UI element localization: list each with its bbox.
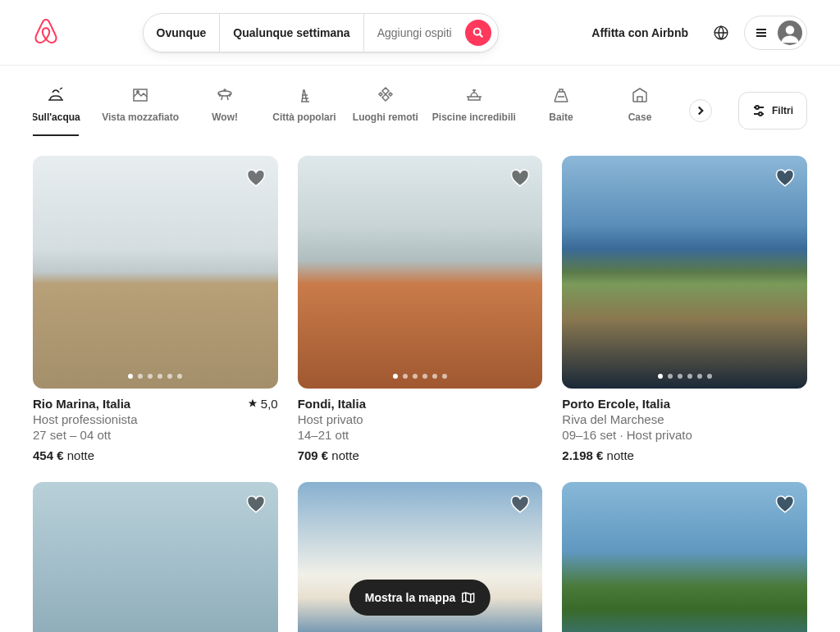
listing-price: 2.198 € notte — [562, 448, 807, 462]
language-button[interactable] — [705, 16, 737, 49]
listings-grid: Rio Marina, Italia 5,0 Host professionis… — [0, 136, 840, 632]
category-label: Luoghi remoti — [353, 111, 418, 123]
svg-point-2 — [786, 25, 795, 34]
carousel-dot[interactable] — [128, 374, 133, 379]
category-wow-[interactable]: Wow! — [202, 85, 248, 136]
category-icon — [464, 85, 484, 105]
favorite-button[interactable] — [509, 493, 531, 518]
carousel-dot[interactable] — [678, 374, 682, 379]
listing-subtitle: Host professionista — [33, 412, 278, 426]
search-when[interactable]: Qualunque settimana — [220, 13, 363, 52]
show-map-button[interactable]: Mostra la mappa — [349, 580, 491, 616]
listing-info: Rio Marina, Italia 5,0 Host professionis… — [33, 397, 278, 462]
carousel-dot[interactable] — [167, 374, 172, 379]
carousel-dot[interactable] — [668, 374, 673, 379]
category-label: Piscine incredibili — [432, 111, 516, 123]
listing-price: 454 € notte — [33, 448, 278, 462]
listing-price: 709 € notte — [298, 448, 543, 462]
favorite-button[interactable] — [509, 167, 531, 192]
listing-image — [562, 156, 807, 389]
carousel-dot[interactable] — [658, 374, 663, 379]
search-where[interactable]: Ovunque — [144, 13, 221, 52]
category-baite[interactable]: Baite — [538, 85, 584, 136]
listing-card[interactable]: Rio Marina, Italia 5,0 Host professionis… — [33, 156, 278, 462]
filters-button[interactable]: Filtri — [738, 92, 807, 130]
favorite-button[interactable] — [774, 167, 796, 192]
host-link[interactable]: Affitta con Airbnb — [582, 16, 698, 49]
svg-point-6 — [224, 89, 226, 91]
svg-point-7 — [756, 106, 759, 109]
carousel-dot[interactable] — [403, 374, 408, 379]
search-button[interactable] — [465, 20, 491, 46]
listing-card[interactable] — [33, 482, 278, 632]
search-guests[interactable]: Aggiungi ospiti — [364, 13, 465, 52]
listing-card[interactable] — [562, 482, 807, 632]
listing-image — [298, 156, 543, 389]
listing-thumbnail[interactable] — [562, 156, 807, 389]
header: Ovunque Qualunque settimana Aggiungi osp… — [0, 0, 840, 66]
listing-thumbnail[interactable] — [33, 156, 278, 389]
carousel-dot[interactable] — [697, 374, 702, 379]
category-label: Case — [628, 111, 652, 123]
carousel-dots — [128, 374, 182, 379]
category-luoghi-remoti[interactable]: Luoghi remoti — [361, 85, 410, 136]
listing-subtitle: Riva del Marchese — [562, 412, 807, 426]
listing-card[interactable]: Porto Ercole, Italia Riva del Marchese 0… — [562, 156, 807, 462]
category-vista-mozzafiato[interactable]: Vista mozzafiato — [112, 85, 169, 136]
svg-point-8 — [759, 112, 762, 116]
category-icon — [130, 85, 150, 105]
category-sull-acqua[interactable]: Sull'acqua — [33, 85, 79, 136]
category-piscine-incredibili[interactable]: Piscine incredibili — [443, 85, 505, 136]
category-label: Città popolari — [272, 111, 336, 123]
airbnb-logo[interactable] — [33, 18, 59, 48]
carousel-dot[interactable] — [138, 374, 143, 379]
listing-rating: 5,0 — [248, 397, 278, 411]
category-next-button[interactable] — [689, 99, 712, 122]
listing-image — [33, 482, 278, 632]
listing-dates: 09–16 set · Host privato — [562, 428, 807, 442]
favorite-button[interactable] — [245, 493, 267, 518]
carousel-dot[interactable] — [158, 374, 162, 379]
map-button-label: Mostra la mappa — [365, 591, 455, 604]
carousel-dot[interactable] — [177, 374, 182, 379]
carousel-dot[interactable] — [413, 374, 418, 379]
listing-card[interactable]: Fondi, Italia Host privato 14–21 ott 709… — [298, 156, 543, 462]
category-icon — [376, 85, 395, 105]
category-icon — [294, 85, 314, 105]
listing-thumbnail[interactable] — [562, 482, 807, 632]
carousel-dot[interactable] — [148, 374, 153, 379]
listing-thumbnail[interactable] — [298, 156, 543, 389]
category-icon — [551, 85, 571, 105]
favorite-button[interactable] — [245, 167, 267, 192]
category-label: Wow! — [212, 111, 238, 123]
category-citt-popolari[interactable]: Città popolari — [281, 85, 328, 136]
user-menu-button[interactable] — [744, 16, 807, 50]
listing-title: Rio Marina, Italia — [33, 397, 130, 411]
svg-point-4 — [137, 91, 139, 93]
carousel-dot[interactable] — [432, 374, 437, 379]
svg-point-0 — [473, 28, 480, 34]
header-right: Affitta con Airbnb — [582, 16, 807, 50]
carousel-dot[interactable] — [707, 374, 712, 379]
filters-label: Filtri — [772, 105, 793, 116]
carousel-dot[interactable] — [442, 374, 447, 379]
listing-title: Porto Ercole, Italia — [562, 397, 670, 411]
search-pill: Ovunque Qualunque settimana Aggiungi osp… — [143, 13, 499, 52]
category-label: Vista mozzafiato — [102, 111, 179, 123]
listing-thumbnail[interactable] — [33, 482, 278, 632]
category-icon — [215, 85, 235, 105]
listing-image — [33, 156, 278, 389]
category-label: Sull'acqua — [33, 111, 80, 123]
category-label: Baite — [549, 111, 573, 123]
category-case[interactable]: Case — [617, 85, 663, 136]
carousel-dots — [393, 374, 447, 379]
carousel-dot[interactable] — [393, 374, 398, 379]
carousel-dot[interactable] — [687, 374, 692, 379]
listing-image — [562, 482, 807, 632]
carousel-dot[interactable] — [422, 374, 427, 379]
favorite-button[interactable] — [774, 493, 796, 518]
listing-title: Fondi, Italia — [298, 397, 366, 411]
category-icon — [630, 85, 650, 105]
category-icon — [46, 85, 66, 105]
listing-dates: 14–21 ott — [298, 428, 543, 442]
